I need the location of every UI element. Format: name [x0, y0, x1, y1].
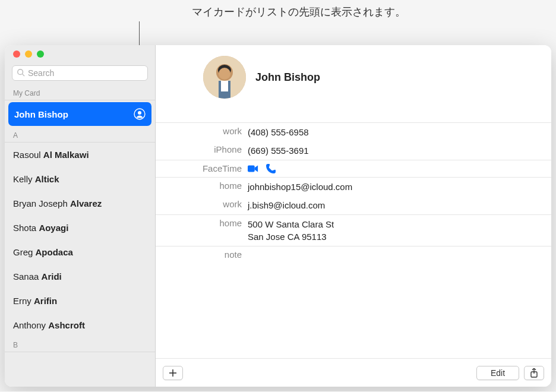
plus-icon	[169, 369, 177, 377]
list-item[interactable]: Erny Arifin	[5, 289, 155, 313]
my-card-item[interactable]: John Bishop	[8, 102, 151, 126]
svg-rect-10	[248, 166, 255, 172]
field-label: FaceTime	[156, 163, 248, 173]
sidebar: My Card John Bishop A Rasoul Al Malkawi …	[5, 45, 156, 387]
field-note: note	[156, 246, 551, 263]
detail-toolbar: Edit	[156, 358, 551, 387]
my-card-name: John Bishop	[14, 109, 68, 119]
zoom-button[interactable]	[37, 50, 44, 58]
contact-list[interactable]: My Card John Bishop A Rasoul Al Malkawi …	[5, 86, 155, 387]
search-input[interactable]	[12, 65, 148, 81]
me-badge-icon	[134, 108, 146, 120]
field-home-address: home 500 W Santa Clara St San Jose CA 95…	[156, 214, 551, 246]
field-label: iPhone	[156, 144, 248, 154]
svg-rect-9	[221, 81, 228, 91]
add-button[interactable]	[163, 366, 183, 380]
field-home-email: home johnbishop15@icloud.com	[156, 177, 551, 196]
field-facetime: FaceTime	[156, 160, 551, 177]
list-item[interactable]: Sanaa Aridi	[5, 264, 155, 289]
list-item[interactable]: Greg Apodaca	[5, 240, 155, 264]
detail-pane: John Bishop work (408) 555-6958 iPhone (…	[156, 45, 551, 387]
svg-point-3	[138, 111, 141, 115]
field-work-phone: work (408) 555-6958	[156, 122, 551, 141]
callout-text: マイカードがリストの先頭に表示されます。	[5, 5, 551, 19]
field-label: note	[156, 249, 248, 260]
field-value[interactable]: (669) 555-3691	[248, 144, 309, 157]
detail-body: work (408) 555-6958 iPhone (669) 555-369…	[156, 122, 551, 358]
search-icon	[17, 68, 25, 77]
list-item[interactable]: Anthony Ashcroft	[5, 313, 155, 337]
field-iphone: iPhone (669) 555-3691	[156, 141, 551, 160]
list-item[interactable]: Kelly Altick	[5, 167, 155, 191]
list-item[interactable]: Rasoul Al Malkawi	[5, 143, 155, 167]
field-label: work	[156, 199, 248, 209]
contacts-window: My Card John Bishop A Rasoul Al Malkawi …	[5, 45, 551, 387]
field-value[interactable]: johnbishop15@icloud.com	[248, 181, 352, 193]
contact-name: John Bishop	[255, 71, 320, 84]
field-label: home	[156, 218, 248, 228]
phone-icon[interactable]	[266, 163, 276, 174]
field-value[interactable]: (408) 555-6958	[248, 126, 309, 138]
list-item[interactable]: Bryan Joseph Alvarez	[5, 191, 155, 216]
list-item[interactable]: Shota Aoyagi	[5, 216, 155, 240]
section-header-a: A	[5, 128, 155, 143]
close-button[interactable]	[13, 50, 20, 58]
video-icon[interactable]	[248, 163, 258, 174]
facetime-actions	[248, 163, 276, 174]
share-icon	[530, 368, 538, 378]
avatar[interactable]	[203, 56, 246, 99]
minimize-button[interactable]	[25, 50, 32, 58]
field-label: work	[156, 126, 248, 136]
detail-header: John Bishop	[156, 45, 551, 122]
svg-point-7	[219, 68, 230, 80]
search-wrap	[5, 63, 155, 86]
field-value[interactable]: j.bish9@icloud.com	[248, 199, 325, 211]
svg-line-1	[23, 74, 25, 77]
titlebar	[5, 45, 155, 63]
section-header-b: B	[5, 337, 155, 352]
edit-button[interactable]: Edit	[476, 366, 519, 380]
section-my-card: My Card	[5, 86, 155, 100]
share-button[interactable]	[524, 366, 544, 380]
field-work-email: work j.bish9@icloud.com	[156, 196, 551, 214]
field-label: home	[156, 181, 248, 191]
callout-line	[139, 21, 140, 45]
svg-point-0	[18, 69, 23, 75]
field-value[interactable]: 500 W Santa Clara St San Jose CA 95113	[248, 218, 334, 243]
